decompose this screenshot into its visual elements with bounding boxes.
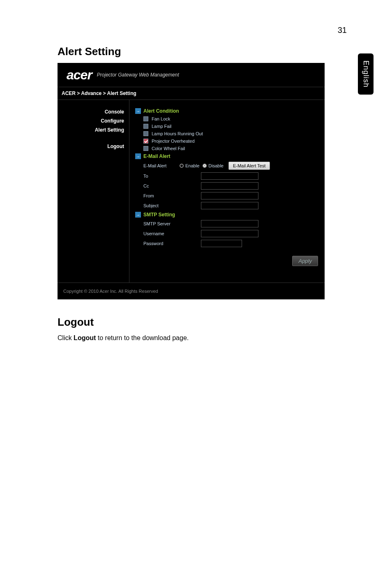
enable-label: Enable	[185, 163, 199, 168]
email-alert-label: E-Mail Alert	[143, 153, 171, 159]
alert-condition-label: Alert Condition	[143, 108, 179, 114]
logout-text-suffix: to return to the download page.	[96, 334, 189, 341]
logout-instruction: Click Logout to return to the download p…	[58, 334, 347, 342]
email-alert-header: → E-Mail Alert	[135, 153, 321, 159]
alert-setting-heading: Alert Setting	[58, 45, 347, 58]
page-number: 31	[338, 25, 347, 35]
fan-lock-row[interactable]: Fan Lock	[143, 116, 321, 121]
from-label: From	[143, 193, 176, 198]
settings-panel: → Alert Condition Fan Lock Lamp Fail Lam…	[129, 100, 325, 283]
sidebar-item-console[interactable]: Console	[58, 107, 124, 116]
fan-lock-label: Fan Lock	[152, 116, 170, 121]
arrow-icon: →	[135, 153, 141, 159]
color-wheel-fail-checkbox[interactable]	[143, 146, 148, 151]
smtp-server-input[interactable]	[201, 220, 258, 227]
color-wheel-fail-label: Color Wheel Fail	[152, 146, 185, 151]
smtp-server-row: SMTP Server	[143, 220, 321, 227]
lamp-fail-row[interactable]: Lamp Fail	[143, 124, 321, 129]
projector-overheated-label: Projector Overheated	[152, 139, 195, 144]
email-alert-field-label: E-Mail Alert	[143, 163, 176, 168]
from-row: From	[143, 192, 321, 199]
disable-radio[interactable]	[203, 164, 207, 168]
header-subtitle: Projector Gateway Web Management	[97, 72, 179, 78]
projector-overheated-checkbox[interactable]	[143, 139, 148, 144]
to-input[interactable]	[201, 172, 258, 180]
logout-text-bold: Logout	[74, 334, 96, 341]
email-alert-test-button[interactable]: E-Mail Alert Test	[228, 162, 270, 170]
subject-label: Subject	[143, 203, 176, 208]
screenshot-header: acer Projector Gateway Web Management	[58, 63, 325, 87]
email-alert-toggle-row: E-Mail Alert Enable Disable E-Mail Alert…	[143, 162, 321, 170]
smtp-setting-label: SMTP Setting	[143, 212, 175, 218]
cc-label: Cc	[143, 183, 176, 188]
lamp-hours-checkbox[interactable]	[143, 131, 148, 136]
apply-button[interactable]: Apply	[292, 256, 318, 266]
subject-row: Subject	[143, 202, 321, 209]
breadcrumb: ACER > Advance > Alert Setting	[58, 87, 325, 100]
password-input[interactable]	[201, 240, 242, 247]
from-input[interactable]	[201, 192, 258, 199]
language-tab: English	[358, 53, 374, 95]
smtp-setting-header: → SMTP Setting	[135, 212, 321, 218]
password-row: Password	[143, 240, 321, 247]
subject-input[interactable]	[201, 202, 258, 209]
to-row: To	[143, 172, 321, 180]
sidebar-item-logout[interactable]: Logout	[58, 142, 124, 151]
screenshot-footer: Copyright © 2010 Acer Inc. All Rights Re…	[58, 283, 325, 299]
disable-label: Disable	[208, 163, 224, 168]
arrow-icon: →	[135, 212, 141, 218]
logout-text-prefix: Click	[58, 334, 74, 341]
lamp-hours-row[interactable]: Lamp Hours Running Out	[143, 131, 321, 136]
username-label: Username	[143, 231, 176, 236]
projector-overheated-row[interactable]: Projector Overheated	[143, 139, 321, 144]
cc-row: Cc	[143, 182, 321, 190]
arrow-icon: →	[135, 108, 141, 114]
color-wheel-fail-row[interactable]: Color Wheel Fail	[143, 146, 321, 151]
logout-heading: Logout	[58, 316, 347, 329]
lamp-hours-label: Lamp Hours Running Out	[152, 131, 203, 136]
sidebar: Console Configure Alert Setting Logout	[58, 100, 129, 283]
smtp-server-label: SMTP Server	[143, 221, 176, 226]
language-tab-label: English	[362, 60, 370, 88]
acer-logo: acer	[67, 67, 92, 83]
to-label: To	[143, 174, 176, 178]
sidebar-item-configure[interactable]: Configure	[58, 116, 124, 125]
enable-radio[interactable]	[180, 164, 184, 168]
sidebar-item-alert-setting[interactable]: Alert Setting	[58, 125, 124, 134]
password-label: Password	[143, 241, 176, 246]
lamp-fail-checkbox[interactable]	[143, 124, 148, 129]
screenshot-alert-setting: acer Projector Gateway Web Management AC…	[58, 63, 325, 299]
username-input[interactable]	[201, 230, 258, 237]
username-row: Username	[143, 230, 321, 237]
alert-condition-header: → Alert Condition	[135, 108, 321, 114]
cc-input[interactable]	[201, 182, 258, 190]
lamp-fail-label: Lamp Fail	[152, 124, 171, 129]
fan-lock-checkbox[interactable]	[143, 116, 148, 121]
